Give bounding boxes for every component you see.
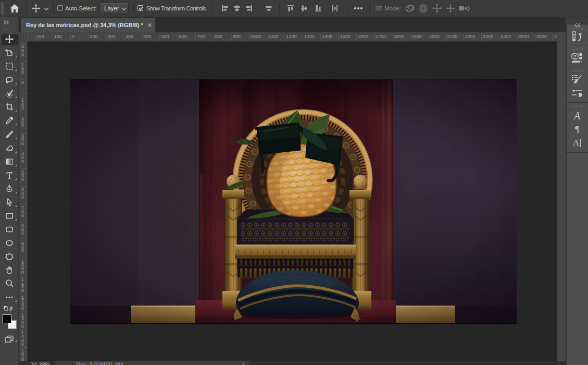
svg-text:600: 600 xyxy=(179,34,187,39)
svg-text:200: 200 xyxy=(36,34,44,39)
svg-text:1300: 1300 xyxy=(304,34,315,39)
svg-text:0: 0 xyxy=(21,306,24,311)
svg-text:0: 0 xyxy=(72,34,74,39)
svg-text:1200: 1200 xyxy=(286,34,297,39)
svg-text:0: 0 xyxy=(21,194,24,200)
svg-text:0: 0 xyxy=(21,80,24,85)
svg-text:0: 0 xyxy=(21,69,24,75)
svg-text:2600: 2600 xyxy=(536,34,547,39)
svg-text:1500: 1500 xyxy=(340,34,351,39)
svg-text:0: 0 xyxy=(21,123,24,128)
svg-text:500: 500 xyxy=(161,34,169,39)
svg-text:100: 100 xyxy=(90,34,97,39)
svg-text:0: 0 xyxy=(21,105,24,111)
svg-text:0: 0 xyxy=(21,213,24,218)
svg-text:1800: 1800 xyxy=(393,34,404,39)
svg-text:0: 0 xyxy=(21,288,24,293)
svg-text:2200: 2200 xyxy=(465,34,476,39)
svg-text:800: 800 xyxy=(215,34,222,39)
svg-text:0: 0 xyxy=(21,230,24,236)
svg-text:0: 0 xyxy=(21,52,24,57)
svg-text:300: 300 xyxy=(126,34,133,39)
svg-text:0: 0 xyxy=(21,248,24,253)
svg-text:2000: 2000 xyxy=(429,34,440,39)
svg-text:2300: 2300 xyxy=(483,34,493,39)
svg-text:0: 0 xyxy=(21,324,24,329)
svg-text:1900: 1900 xyxy=(411,34,422,39)
svg-text:1600: 1600 xyxy=(358,34,368,39)
svg-text:0: 0 xyxy=(21,177,24,182)
svg-text:2100: 2100 xyxy=(447,34,457,39)
svg-text:2400: 2400 xyxy=(501,34,511,39)
svg-text:100: 100 xyxy=(54,34,62,39)
svg-text:900: 900 xyxy=(233,34,241,39)
svg-text:0: 0 xyxy=(21,159,24,164)
svg-text:2700: 2700 xyxy=(554,34,557,39)
svg-text:1000: 1000 xyxy=(251,34,261,39)
svg-text:1700: 1700 xyxy=(376,34,386,39)
svg-text:2500: 2500 xyxy=(519,34,529,39)
svg-text:700: 700 xyxy=(197,34,205,39)
svg-text:1400: 1400 xyxy=(322,34,332,39)
svg-text:0: 0 xyxy=(21,270,24,275)
svg-text:400: 400 xyxy=(143,34,151,39)
svg-text:0: 0 xyxy=(21,342,24,347)
svg-text:1100: 1100 xyxy=(268,34,278,39)
svg-text:200: 200 xyxy=(108,34,116,39)
svg-text:0: 0 xyxy=(21,141,24,146)
